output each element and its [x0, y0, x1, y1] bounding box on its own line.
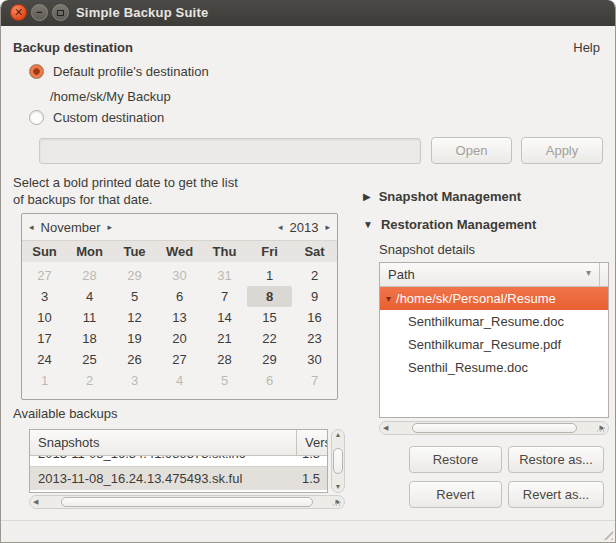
- help-link[interactable]: Help: [573, 40, 600, 55]
- backups-vertical-scrollbar[interactable]: ▲ ▼: [331, 429, 345, 493]
- revert-button[interactable]: Revert: [409, 481, 502, 508]
- calendar-day[interactable]: 11: [67, 307, 112, 328]
- calendar-day[interactable]: 26: [112, 349, 157, 370]
- radio-checked-icon[interactable]: [29, 64, 44, 79]
- restore-button[interactable]: Restore: [409, 446, 502, 473]
- scroll-down-icon[interactable]: ▼: [335, 483, 342, 491]
- calendar-day[interactable]: 28: [67, 265, 112, 286]
- default-destination-radio-row[interactable]: Default profile's destination: [29, 64, 209, 79]
- calendar-day[interactable]: 6: [157, 286, 202, 307]
- minimize-button[interactable]: −: [31, 4, 48, 21]
- backups-horizontal-scrollbar[interactable]: ◀ ▶: [29, 495, 345, 509]
- calendar-day[interactable]: 4: [67, 286, 112, 307]
- next-year-icon[interactable]: ▸: [325, 222, 330, 232]
- close-icon: ✕: [14, 7, 23, 18]
- calendar-day[interactable]: 4: [157, 370, 202, 391]
- calendar-day[interactable]: 27: [22, 265, 67, 286]
- scrollbar-thumb[interactable]: [333, 448, 343, 474]
- tree-root-row[interactable]: ▾ /home/sk/Personal/Resume: [380, 287, 608, 310]
- resize-grip-icon[interactable]: [600, 527, 613, 540]
- calendar-day[interactable]: 7: [292, 370, 337, 391]
- available-backups-table[interactable]: Snapshots Version 2013-11-08_16.34.41.98…: [29, 429, 328, 493]
- calendar-day[interactable]: 3: [22, 286, 67, 307]
- calendar-day[interactable]: 25: [67, 349, 112, 370]
- default-destination-path: /home/sk/My Backup: [50, 89, 171, 104]
- titlebar[interactable]: ✕ − Simple Backup Suite: [1, 0, 615, 26]
- prev-month-icon[interactable]: ◂: [29, 222, 34, 232]
- calendar-day[interactable]: 24: [22, 349, 67, 370]
- calendar-dayname: Tue: [112, 244, 157, 259]
- calendar-day[interactable]: 29: [112, 265, 157, 286]
- restoration-management-expander[interactable]: ▼ Restoration Management: [363, 217, 536, 232]
- calendar-day[interactable]: 14: [202, 307, 247, 328]
- calendar-day[interactable]: 28: [202, 349, 247, 370]
- calendar-day[interactable]: 12: [112, 307, 157, 328]
- expander-collapsed-icon[interactable]: ▶: [363, 191, 371, 202]
- calendar-day[interactable]: 5: [112, 286, 157, 307]
- snapshot-management-expander[interactable]: ▶ Snapshot Management: [363, 189, 521, 204]
- calendar-day[interactable]: 2: [292, 265, 337, 286]
- calendar-day[interactable]: 21: [202, 328, 247, 349]
- tree-horizontal-scrollbar[interactable]: ◀ ▶: [379, 421, 609, 435]
- radio-unchecked-icon[interactable]: [29, 110, 44, 125]
- scrollbar-thumb[interactable]: [61, 497, 313, 507]
- prev-year-icon[interactable]: ◂: [278, 222, 283, 232]
- tree-root-path: /home/sk/Personal/Resume: [396, 291, 556, 306]
- calendar-day[interactable]: 20: [157, 328, 202, 349]
- snapshots-column-header[interactable]: Snapshots: [30, 430, 297, 455]
- calendar-day[interactable]: 31: [202, 265, 247, 286]
- calendar-day[interactable]: 18: [67, 328, 112, 349]
- calendar-day[interactable]: 7: [202, 286, 247, 307]
- calendar-day[interactable]: 10: [22, 307, 67, 328]
- custom-destination-radio-row[interactable]: Custom destination: [29, 110, 164, 125]
- table-row[interactable]: 2013-11-08_16.34.41.989373.sk.inc 1.5: [30, 456, 327, 466]
- scrollbar-thumb[interactable]: [412, 423, 577, 433]
- expand-triangle-icon[interactable]: ▾: [386, 293, 391, 304]
- apply-button[interactable]: Apply: [521, 137, 603, 164]
- maximize-button[interactable]: [52, 4, 69, 21]
- calendar-day[interactable]: 6: [247, 370, 292, 391]
- sort-arrow-icon[interactable]: ▾: [586, 267, 591, 278]
- scroll-left-icon[interactable]: ◀: [33, 498, 38, 506]
- next-month-icon[interactable]: ▸: [108, 222, 113, 232]
- close-button[interactable]: ✕: [10, 4, 27, 21]
- scroll-left-icon[interactable]: ◀: [383, 424, 388, 432]
- calendar-hint-line1: Select a bold printed date to get the li…: [13, 174, 238, 191]
- path-column-header[interactable]: Path ▾: [380, 263, 600, 286]
- calendar-grid: 2728293031123456789101112131415161718192…: [22, 262, 337, 391]
- calendar-day[interactable]: 8: [247, 286, 292, 307]
- scroll-up-icon[interactable]: ▲: [335, 431, 342, 439]
- calendar-year-label: 2013: [290, 220, 319, 235]
- calendar-day[interactable]: 30: [292, 349, 337, 370]
- calendar-day[interactable]: 17: [22, 328, 67, 349]
- calendar-day[interactable]: 16: [292, 307, 337, 328]
- calendar-day[interactable]: 22: [247, 328, 292, 349]
- snapshot-details-tree[interactable]: Path ▾ ▾ /home/sk/Personal/Resume Senthi…: [379, 262, 609, 418]
- version-column-header[interactable]: Version: [297, 430, 327, 455]
- tree-file-row[interactable]: Senthilkumar_Resume.pdf: [380, 333, 608, 356]
- calendar-day[interactable]: 19: [112, 328, 157, 349]
- calendar-day[interactable]: 13: [157, 307, 202, 328]
- table-row[interactable]: 2013-11-08_16.24.13.475493.sk.ful 1.5: [30, 466, 327, 490]
- calendar-day[interactable]: 27: [157, 349, 202, 370]
- calendar-day[interactable]: 9: [292, 286, 337, 307]
- calendar-day[interactable]: 23: [292, 328, 337, 349]
- tree-file-row[interactable]: Senthil_Resume.doc: [380, 356, 608, 379]
- revert-as-button[interactable]: Revert as...: [508, 481, 604, 508]
- calendar-day[interactable]: 3: [112, 370, 157, 391]
- expander-expanded-icon[interactable]: ▼: [363, 219, 373, 230]
- custom-destination-input[interactable]: [39, 138, 421, 164]
- app-window: ✕ − Simple Backup Suite Backup destinati…: [0, 0, 616, 543]
- calendar-day[interactable]: 2: [67, 370, 112, 391]
- calendar-day[interactable]: 15: [247, 307, 292, 328]
- tree-file-row[interactable]: Senthilkumar_Resume.doc: [380, 310, 608, 333]
- calendar-day[interactable]: 1: [22, 370, 67, 391]
- open-button[interactable]: Open: [431, 137, 512, 164]
- snapshot-version: 1.5: [297, 456, 327, 461]
- calendar-day[interactable]: 30: [157, 265, 202, 286]
- calendar-day[interactable]: 1: [247, 265, 292, 286]
- calendar-day[interactable]: 29: [247, 349, 292, 370]
- restore-as-button[interactable]: Restore as...: [508, 446, 604, 473]
- calendar-day[interactable]: 5: [202, 370, 247, 391]
- snapshot-details-label: Snapshot details: [379, 242, 475, 257]
